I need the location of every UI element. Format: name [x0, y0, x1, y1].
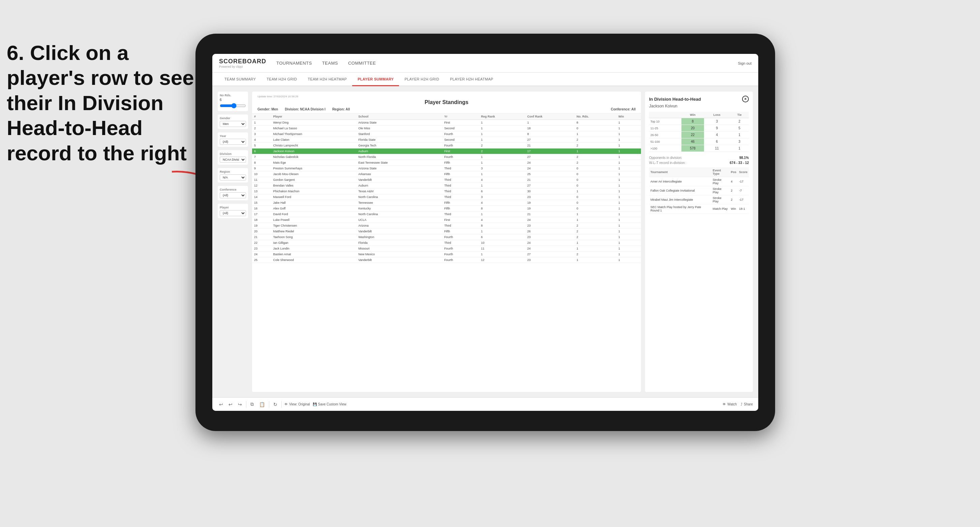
tournaments-header-row: Tournament Event Type Pos Score [649, 167, 749, 177]
tourn-type: Stroke Play [711, 195, 730, 205]
forward-button[interactable]: ↪ [237, 401, 243, 408]
cell-reg: 11 [479, 246, 525, 252]
tab-team-h2h-heatmap[interactable]: TEAM H2H HEATMAP [302, 73, 352, 86]
tourn-type: Stroke Play [711, 177, 730, 186]
col-win: Win [616, 113, 641, 120]
table-row[interactable]: 8 Mats Ege East Tennessee State Fifth 1 … [252, 160, 641, 166]
watch-button[interactable]: 👁 Watch [722, 402, 737, 406]
refresh-button[interactable]: ↻ [272, 401, 279, 408]
table-row[interactable]: 20 Matthew Riedel Vanderbilt Fifth 1 26 … [252, 229, 641, 234]
col-rds: No. Rds. [574, 113, 616, 120]
cell-rds: 1 [574, 257, 616, 263]
cell-win: 1 [616, 246, 641, 252]
cell-player: David Ford [271, 211, 356, 217]
cell-yr: First [442, 120, 479, 125]
cell-school: Arkansas [356, 171, 442, 177]
share-button[interactable]: ⤴ Share [741, 402, 753, 406]
cell-player: Ian Gilligan [271, 240, 356, 246]
table-row[interactable]: 3 Michael Thorbjornsen Stanford Fourth 1… [252, 131, 641, 137]
cell-player: Tiger Christensen [271, 223, 356, 229]
table-row[interactable]: 18 Luke Powell UCLA First 4 24 1 1 [252, 217, 641, 223]
table-row[interactable]: 4 Luke Claton Florida State Second 1 27 … [252, 137, 641, 143]
table-row[interactable]: 12 Brendan Valles Auburn Third 1 27 0 1 [252, 183, 641, 189]
col-reg-rank: Reg Rank [479, 113, 525, 120]
close-button[interactable]: × [742, 96, 749, 102]
cell-conf: 21 [525, 211, 574, 217]
cell-win: 1 [616, 252, 641, 257]
cell-conf: 23 [525, 234, 574, 240]
table-row[interactable]: 22 Ian Gilligan Florida Third 10 24 1 1 [252, 240, 641, 246]
table-row[interactable]: 16 Alex Goff Kentucky Fifth 8 19 0 1 [252, 206, 641, 211]
nav-committee[interactable]: COMMITTEE [348, 59, 376, 67]
cell-player: Jack Lundin [271, 246, 356, 252]
cell-rds: 1 [574, 240, 616, 246]
cell-rds: 0 [574, 194, 616, 200]
table-row[interactable]: 9 Preston Summerhays Arizona State Third… [252, 166, 641, 171]
paste-button[interactable]: 📋 [258, 401, 266, 408]
col-num: # [252, 113, 271, 120]
redo-button[interactable]: ↩ [227, 401, 234, 408]
division-dropdown[interactable]: NCAA Division I [220, 157, 246, 163]
player-dropdown[interactable]: (All) [220, 210, 246, 216]
table-row[interactable]: 6 Jackson Koivun Auburn First 2 17 1 1 [252, 149, 641, 154]
undo-button[interactable]: ↩ [218, 401, 224, 408]
cell-player: Matthew Riedel [271, 229, 356, 234]
sign-out-link[interactable]: Sign out [738, 61, 751, 65]
filter-row: Gender: Men Division: NCAA Division I Re… [258, 108, 636, 111]
cell-player: Mats Ege [271, 160, 356, 166]
cell-school: Auburn [356, 149, 442, 154]
nav-teams[interactable]: TEAMS [322, 59, 338, 67]
tab-player-h2h-grid[interactable]: PLAYER H2H GRID [399, 73, 444, 86]
conference-dropdown[interactable]: (All) [220, 192, 246, 198]
table-row[interactable]: 14 Maxwell Ford North Carolina Third 3 2… [252, 194, 641, 200]
cell-yr: Third [442, 194, 479, 200]
table-row[interactable]: 15 Jake Hall Tennessee Fifth 4 19 0 1 [252, 200, 641, 206]
tab-player-summary[interactable]: PLAYER SUMMARY [352, 73, 399, 86]
cell-reg: 1 [479, 154, 525, 160]
table-row[interactable]: 13 Phichaksn Maichon Texas A&M Third 6 3… [252, 189, 641, 194]
table-row[interactable]: 21 Taehoon Song Washington Fourth 6 23 2… [252, 234, 641, 240]
table-row[interactable]: 11 Gordon Sargent Vanderbilt Third 4 21 … [252, 177, 641, 183]
tourn-score: -17 [738, 177, 749, 186]
table-row[interactable]: 19 Tiger Christensen Arizona Third 8 23 … [252, 223, 641, 229]
standings-body: 1 Wenyi Ding Arizona State First 1 1 8 1… [252, 120, 641, 263]
tourn-col-pos: Pos [729, 167, 738, 177]
tab-player-h2h-heatmap[interactable]: PLAYER H2H HEATMAP [444, 73, 498, 86]
h2h-cell-loss: 6 [704, 138, 730, 145]
table-row[interactable]: 2 Michael La Sasso Ole Miss Second 1 18 … [252, 125, 641, 131]
cell-reg: 4 [479, 217, 525, 223]
h2h-row: 26-50 22 4 1 [649, 132, 749, 138]
table-row[interactable]: 23 Jack Lundin Missouri Fourth 11 24 1 1 [252, 246, 641, 252]
table-row[interactable]: 10 Jacob Mou-Olesen Arkansas Fifth 1 25 … [252, 171, 641, 177]
region-dropdown[interactable]: N/A [220, 175, 246, 181]
tab-team-h2h-grid[interactable]: TEAM H2H GRID [261, 73, 302, 86]
table-row[interactable]: 7 Nicholas Gabrelcik North Florida Fourt… [252, 154, 641, 160]
cell-player: Jake Hall [271, 200, 356, 206]
table-row[interactable]: 5 Christo Lamprecht Georgia Tech Fourth … [252, 143, 641, 149]
year-dropdown[interactable]: (All) [220, 139, 246, 145]
cell-player: Phichaksn Maichon [271, 189, 356, 194]
cell-num: 14 [252, 194, 271, 200]
standings-table: # Player School Yr Reg Rank Conf Rank No… [252, 113, 641, 392]
cell-yr: Fourth [442, 131, 479, 137]
cell-num: 5 [252, 143, 271, 149]
save-custom-button[interactable]: 💾 Save Custom View [313, 402, 347, 406]
table-row[interactable]: 25 Cole Sherwood Vanderbilt Fourth 12 23… [252, 257, 641, 263]
tab-team-summary[interactable]: TEAM SUMMARY [219, 73, 261, 86]
h2h-cell-loss: 11 [704, 145, 730, 152]
cell-rds: 1 [574, 131, 616, 137]
nav-tournaments[interactable]: TOURNAMENTS [276, 59, 312, 67]
copy-button[interactable]: ⧉ [249, 401, 255, 408]
cell-yr: Third [442, 211, 479, 217]
table-row[interactable]: 17 David Ford North Carolina Third 1 21 … [252, 211, 641, 217]
gender-dropdown[interactable]: Men [220, 121, 246, 127]
no-rds-slider[interactable] [220, 103, 246, 108]
table-row[interactable]: 24 Bastien Amat New Mexico Fourth 1 27 2… [252, 252, 641, 257]
cell-rds: 0 [574, 206, 616, 211]
cell-win: 1 [616, 166, 641, 171]
tourn-col-score: Score [738, 167, 749, 177]
table-row[interactable]: 1 Wenyi Ding Arizona State First 1 1 8 1 [252, 120, 641, 125]
view-original-button[interactable]: 👁 View: Original [285, 402, 310, 406]
cell-num: 25 [252, 257, 271, 263]
cell-num: 3 [252, 131, 271, 137]
